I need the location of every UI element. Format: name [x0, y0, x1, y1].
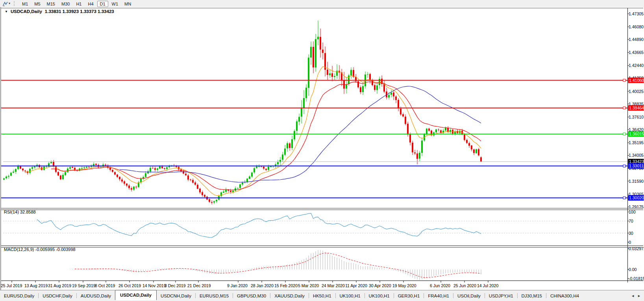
tab-ger30-h1[interactable]: GER30,H1 — [394, 292, 424, 300]
macd-tick-label: -0.01815 — [629, 276, 644, 281]
date-tick-label: 25 Jun 2020 — [453, 283, 476, 288]
timeframe-button-m15[interactable]: M15 — [44, 1, 58, 7]
level-handle[interactable] — [623, 133, 625, 135]
date-tick-label: 19 May 2020 — [392, 283, 416, 288]
level-handle[interactable] — [623, 197, 625, 199]
macd-tick-label: 0.032972 — [629, 246, 644, 251]
rsi-tick-label: 100 — [629, 210, 636, 214]
date-tick-label: 31 Aug 2019 — [48, 283, 71, 288]
timeframe-button-h4[interactable]: H4 — [85, 1, 96, 7]
tab-usdchf-daily[interactable]: USDCHF,Daily — [39, 292, 76, 300]
rsi-indicator-label: RSI(14) 32.8588 — [4, 210, 36, 214]
date-tick-label: 21 Dec 2019 — [187, 283, 211, 288]
price-tick-label: 1.37610 — [629, 115, 644, 119]
price-tick-label: 1.40025 — [629, 89, 644, 94]
tab-uk100-h1[interactable]: UK100,H1 — [336, 292, 365, 300]
date-tick-label: 3 Dec 2019 — [165, 283, 186, 288]
level-price-label: 1.30020 — [629, 195, 644, 200]
tab-usdjpy-h1[interactable]: USDJPY,H1 — [485, 292, 517, 300]
tab-china300-h4[interactable]: CHINA300,H4 — [546, 292, 583, 300]
tab-eurusd-m15[interactable]: EURUSD,M15 — [196, 292, 233, 300]
date-tick-label: 14 Jul 2020 — [477, 283, 498, 288]
tab-fra40-h1[interactable]: FRA40,H1 — [424, 292, 453, 300]
toolbar-grip-handle[interactable] — [14, 1, 16, 6]
price-tick-label: 1.31590 — [629, 179, 644, 184]
timeframe-button-m30[interactable]: M30 — [59, 1, 72, 7]
dropdown-caret-icon[interactable]: ▾ — [9, 2, 10, 5]
date-tick-label: 11 Apr 2020 — [345, 283, 367, 288]
date-tick-label: 5 Mar 2020 — [298, 283, 319, 288]
tab-gbpusd-m30[interactable]: GBPUSD,M30 — [233, 292, 270, 300]
price-tick-label: 1.44890 — [629, 37, 644, 42]
tab-strip: EURUSD,DailyUSDCHF,DailyAUDUSD,DailyUSDC… — [0, 290, 583, 301]
tab-usoil-daily[interactable]: USOil,Daily — [453, 292, 485, 300]
tab-xauusd-daily[interactable]: XAUUSD,Daily — [270, 292, 309, 300]
timeframe-button-m1[interactable]: M1 — [19, 1, 31, 7]
date-tick-label: 15 Feb 2020 — [274, 283, 298, 288]
tab-scroll-left-icon[interactable]: ◄ — [631, 294, 635, 298]
level-price-label: 1.33011 — [629, 164, 644, 168]
date-tick-label: 6 Jun 2020 — [430, 283, 450, 288]
timeframe-button-mn[interactable]: MN — [122, 1, 134, 7]
chart-cursor-tool[interactable]: ▾ — [1, 1, 11, 6]
date-tick-label: 25 Jul 2019 — [1, 283, 22, 288]
timeframe-button-group: M1M5M15M30H1H4D1W1MN — [19, 0, 134, 7]
top-toolbar: ▾ M1M5M15M30H1H4D1W1MN — [0, 0, 644, 7]
price-tick-label: 1.34005 — [629, 153, 644, 158]
date-tick-label: 8 Oct 2019 — [95, 283, 115, 288]
date-tick-label: 26 Oct 2019 — [118, 283, 141, 288]
tab-hk50-h1[interactable]: HK50,H1 — [309, 292, 335, 300]
price-tick-label: 1.47305 — [629, 11, 644, 16]
date-tick-label: 30 Apr 2020 — [369, 283, 391, 288]
date-tick-label: 13 Aug 2019 — [24, 283, 48, 288]
chart-canvas[interactable]: 1.473051.460801.448901.436651.424401.412… — [0, 7, 644, 290]
timeframe-button-w1[interactable]: W1 — [109, 1, 121, 7]
date-tick-label: 14 Nov 2019 — [142, 283, 166, 288]
date-tick-label: 24 Mar 2020 — [322, 283, 345, 288]
tab-scroll-right-icon[interactable]: ► — [637, 294, 641, 298]
macd-tick-label: 0.00 — [629, 267, 637, 272]
rsi-tick-label: 0 — [629, 240, 631, 245]
tab-scroll-arrows: ◄ ► — [628, 294, 644, 298]
tab-eurusd-daily[interactable]: EURUSD,Daily — [0, 292, 38, 300]
quick-nav-arrow-icon[interactable]: ▼ — [5, 10, 8, 13]
tab-usdcad-daily[interactable]: USDCAD,Daily — [115, 290, 157, 300]
date-tick-label: 28 Jan 2020 — [251, 283, 274, 288]
rsi-tick-label: 30 — [629, 231, 633, 236]
chart-symbol-label: USDCAD,Daily — [11, 9, 42, 14]
timeframe-button-d1[interactable]: D1 — [97, 1, 108, 7]
price-tick-label: 1.43665 — [629, 50, 644, 55]
level-handle[interactable] — [623, 107, 625, 109]
macd-indicator-label: MACD(12,26,9) -0.005995 -0.003998 — [4, 247, 76, 252]
date-tick-label: 9 Jan 2020 — [227, 283, 248, 288]
price-tick-label: 1.42440 — [629, 63, 644, 68]
rsi-tick-label: 70 — [629, 219, 633, 223]
price-tick-label: 1.46080 — [629, 24, 644, 29]
chart-ohlc-header: ▼ USDCAD,Daily 1.33831 1.33923 1.33373 1… — [5, 9, 114, 14]
level-handle[interactable] — [623, 165, 625, 167]
tab-uk100-h1[interactable]: UK100,H1 — [365, 292, 394, 300]
tab-dj30-m15[interactable]: DJ30,M15 — [518, 292, 546, 300]
chart-cursor-icon — [2, 1, 8, 6]
timeframe-button-h1[interactable]: H1 — [73, 1, 84, 7]
price-tick-label: 1.35195 — [629, 140, 644, 145]
date-tick-label: 19 Sep 2019 — [72, 283, 96, 288]
level-price-label: 1.38464 — [629, 106, 644, 110]
level-price-label: 1.41060 — [629, 78, 644, 83]
level-price-label: 1.36015 — [629, 132, 644, 136]
timeframe-button-m5[interactable]: M5 — [31, 1, 43, 7]
chart-tab-bar: EURUSD,DailyUSDCHF,DailyAUDUSD,DailyUSDC… — [0, 290, 644, 301]
level-handle[interactable] — [623, 79, 625, 82]
tab-usdcnh-daily[interactable]: USDCNH,Daily — [157, 292, 195, 300]
chart-ohlc-values: 1.33831 1.33923 1.33373 1.33423 — [45, 9, 114, 14]
tab-audusd-daily[interactable]: AUDUSD,Daily — [77, 292, 115, 300]
